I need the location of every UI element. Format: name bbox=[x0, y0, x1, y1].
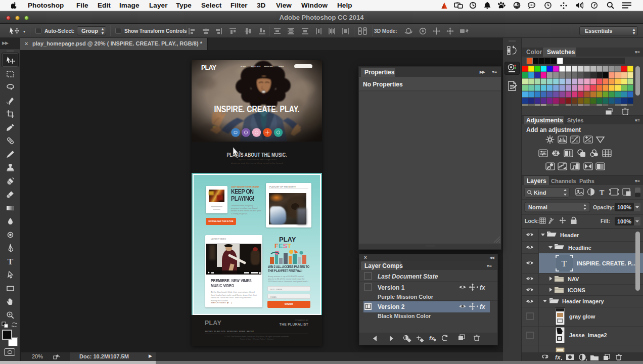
svg-text:Swatches: Swatches bbox=[547, 49, 575, 56]
svg-text:▾≡: ▾≡ bbox=[635, 178, 640, 184]
svg-text:Opacity:: Opacity: bbox=[593, 204, 614, 210]
svg-text:fx: fx bbox=[555, 354, 561, 361]
svg-text:fx: fx bbox=[480, 284, 486, 291]
svg-text:Kind: Kind bbox=[534, 190, 546, 196]
svg-text:SESSIONS: SESSIONS bbox=[264, 66, 273, 68]
svg-text:▾≡: ▾≡ bbox=[487, 263, 492, 268]
svg-text:NEWS: NEWS bbox=[279, 66, 284, 68]
svg-text:Header: Header bbox=[560, 232, 579, 238]
svg-text:INSPIRE. CREATE. PLAY.: INSPIRE. CREATE. PLAY. bbox=[214, 104, 300, 114]
svg-text:Layer Comps: Layer Comps bbox=[364, 262, 403, 269]
svg-text:PLAY: PLAY bbox=[201, 64, 217, 71]
svg-text:Jesse_image2: Jesse_image2 bbox=[569, 332, 607, 338]
svg-text:Headline: Headline bbox=[568, 245, 591, 251]
svg-text:Add an adjustment: Add an adjustment bbox=[526, 126, 581, 133]
svg-text:100%: 100% bbox=[617, 218, 631, 224]
svg-text:deserve and the trend they nee: deserve and the trend they need to be he… bbox=[231, 162, 283, 164]
svg-text:▾≡: ▾≡ bbox=[635, 50, 640, 55]
svg-text:INSPIRE. CREATE. P....: INSPIRE. CREATE. P.... bbox=[577, 260, 637, 266]
svg-text:T: T bbox=[7, 257, 13, 266]
svg-text:Black Mission Color: Black Mission Color bbox=[378, 313, 431, 319]
svg-text:Channels: Channels bbox=[551, 178, 576, 184]
svg-text:fx: fx bbox=[480, 303, 486, 310]
svg-text:Version 2: Version 2 bbox=[378, 303, 405, 310]
svg-text:▾≡: ▾≡ bbox=[635, 118, 640, 123]
svg-text:Adjustments: Adjustments bbox=[526, 117, 563, 124]
svg-text:Styles: Styles bbox=[567, 117, 583, 123]
svg-text:NAV: NAV bbox=[568, 276, 579, 282]
svg-text:ICONS: ICONS bbox=[568, 287, 585, 293]
svg-text:HOME: HOME bbox=[241, 66, 246, 68]
svg-text:gray glow: gray glow bbox=[569, 313, 595, 320]
svg-text:Normal: Normal bbox=[528, 204, 547, 210]
svg-text:T: T bbox=[600, 189, 605, 197]
svg-text:Fill:: Fill: bbox=[601, 218, 610, 224]
svg-text:Purple Mission Color: Purple Mission Color bbox=[378, 294, 434, 300]
svg-text:Version 1: Version 1 bbox=[378, 284, 405, 291]
svg-text:Color: Color bbox=[526, 49, 542, 56]
svg-text:Paths: Paths bbox=[579, 178, 594, 184]
svg-text:Last Document State: Last Document State bbox=[378, 273, 438, 280]
svg-text:Layers: Layers bbox=[527, 177, 546, 185]
svg-text:100%: 100% bbox=[617, 204, 631, 210]
svg-text:PLAYLISTS: PLAYLISTS bbox=[251, 66, 261, 68]
svg-text:Header imagery: Header imagery bbox=[562, 298, 604, 304]
svg-text:Lock:: Lock: bbox=[525, 218, 539, 224]
svg-text:Sparks lead bands the stage th: Sparks lead bands the stage their bbox=[238, 158, 277, 161]
svg-text:T: T bbox=[562, 259, 567, 268]
